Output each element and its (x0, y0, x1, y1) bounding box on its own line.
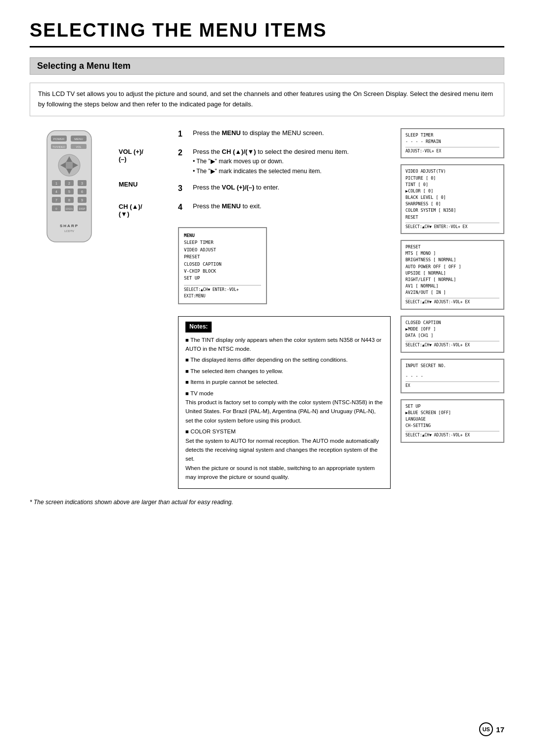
intro-box: This LCD TV set allows you to adjust the… (30, 83, 504, 116)
svg-text:3: 3 (81, 182, 83, 185)
svg-text:2: 2 (68, 182, 70, 185)
main-content: POWER MENU TV/VIDEO VOL 1 2 3 (30, 128, 504, 489)
step-3: 3 Press the VOL (+)/(–) to enter. (178, 183, 391, 194)
note-3: ■ The selected item changes to yellow. (185, 367, 383, 376)
svg-text:DISP: DISP (79, 207, 86, 210)
notes-box: Notes: ■ The TINT display only appears w… (178, 316, 391, 489)
cc-footer: SELECT:▲CH▼ ADJUST:-VOL+ EX (405, 341, 499, 348)
right-screens-column: SLEEP TIMER - - - - REMAIN ADJUST:-VOL+ … (400, 128, 504, 489)
menu-screen-display: MENU SLEEP TIMER VIDEO ADJUST PRESET CLO… (178, 227, 267, 304)
sleep-remain: - - - - REMAIN (405, 139, 499, 145)
country-code: US (483, 726, 490, 732)
section-header: Selecting a Menu Item (30, 57, 504, 75)
svg-text:4: 4 (55, 190, 57, 193)
menu-item-sleep: SLEEP TIMER (184, 239, 261, 246)
sleep-title: SLEEP TIMER (405, 132, 499, 139)
pr-brightness: BRIGHTNESS [ NORMAL] (405, 257, 499, 263)
va-color: ▶COLOR [ 0] (405, 188, 499, 194)
sn-title: INPUT SECRET NO. (405, 363, 499, 369)
va-colorsys: COLOR SYSTEM [ N358] (405, 207, 499, 214)
menu-item-setup: SET UP (184, 275, 261, 282)
intro-text: This LCD TV set allows you to adjust the… (38, 90, 493, 108)
menu-item-caption: CLOSED CAPTION (184, 261, 261, 268)
su-ch: CH-SETTING (405, 423, 499, 429)
svg-text:6: 6 (81, 190, 83, 193)
vol-label: VOL (+)/ (–) (119, 148, 168, 163)
page-number-box: US 17 (479, 722, 504, 736)
center-column: 1 Press the MENU to display the MENU scr… (178, 128, 391, 489)
pr-av1: AV1 [ NORMAL] (405, 283, 499, 289)
note-2: ■ The displayed items differ depending o… (185, 355, 383, 364)
su-lang: LANGUAGE (405, 416, 499, 423)
pr-footer: SELECT:▲CH▼ ADJUST:-VOL+ EX (405, 298, 499, 305)
country-circle: US (479, 722, 493, 736)
va-reset: RESET (405, 214, 499, 221)
pr-av2: AV2IN/OUT [ IN ] (405, 289, 499, 296)
cc-mode: ▶MODE [OFF ] (405, 326, 499, 332)
va-title: VIDEO ADJUST(TV) (405, 168, 499, 175)
su-title: SET UP (405, 403, 499, 410)
note-1: ■ The TINT display only appears when the… (185, 335, 383, 354)
va-black: BLACK LEVEL [ 0] (405, 194, 499, 201)
step-1: 1 Press the MENU to display the MENU scr… (178, 128, 391, 140)
ch-label-col: CH (▲)/ (▼) (119, 203, 168, 218)
note-6: ■ COLOR SYSTEM Set the system to AUTO fo… (185, 427, 383, 481)
note-5: ■ TV mode This product is factory set to… (185, 389, 383, 425)
step-2-num: 2 (178, 147, 188, 176)
step-3-text: Press the VOL (+)/(–) to enter. (193, 183, 279, 194)
va-tint: TINT [ 0] (405, 182, 499, 188)
step-2-text: Press the CH (▲)/(▼) to select the desir… (193, 147, 349, 176)
su-blue: ▶BLUE SCREEN [OFF] (405, 410, 499, 416)
labels-column: VOL (+)/ (–) MENU CH (▲)/ (▼) (119, 128, 168, 489)
svg-text:7: 7 (55, 198, 57, 202)
svg-text:1: 1 (55, 182, 57, 185)
svg-text:LCDTV: LCDTV (64, 230, 74, 233)
cc-title: CLOSED CAPTION (405, 320, 499, 326)
page-number: 17 (496, 725, 504, 734)
menu-item-vchip: V-CHIP BLOCK (184, 268, 261, 275)
svg-text:5: 5 (68, 190, 70, 193)
menu-screen-footer: SELECT:▲CH▼ ENTER:-VOL+ EXIT:MENU (184, 285, 261, 300)
svg-text:8: 8 (68, 198, 70, 202)
step-1-num: 1 (178, 128, 188, 140)
svg-text:10/10+: 10/10+ (65, 207, 73, 210)
svg-text:SHARP: SHARP (60, 224, 79, 228)
svg-text:VOL: VOL (76, 145, 81, 148)
remote-column: POWER MENU TV/VIDEO VOL 1 2 3 (30, 128, 109, 489)
screen-video-adjust: VIDEO ADJUST(TV) PICTURE [ 0] TINT [ 0] … (400, 164, 504, 234)
remote-control: POWER MENU TV/VIDEO VOL 1 2 3 (42, 128, 96, 247)
pr-mts: MTS [ MONO ] (405, 250, 499, 257)
menu-label-col: MENU (119, 181, 168, 188)
step-4-text: Press the MENU to exit. (193, 201, 262, 213)
screen-sleep-timer: SLEEP TIMER - - - - REMAIN ADJUST:-VOL+ … (400, 128, 504, 159)
su-footer: SELECT:▲CH▼ ADJUST:-VOL+ EX (405, 431, 499, 438)
screen-set-up: SET UP ▶BLUE SCREEN [OFF] LANGUAGE CH-SE… (400, 399, 504, 443)
pr-upside: UPSIDE [ NORMAL] (405, 270, 499, 277)
screen-preset: PRESET MTS [ MONO ] BRIGHTNESS [ NORMAL]… (400, 240, 504, 310)
sn-footer: EX (405, 381, 499, 389)
svg-text:MENU: MENU (74, 138, 83, 141)
va-picture: PICTURE [ 0] (405, 175, 499, 182)
svg-text:POWER: POWER (53, 138, 65, 141)
step-4: 4 Press the MENU to exit. (178, 201, 391, 213)
va-footer: SELECT:▲CH▼ ENTER:-VOL+ EX (405, 223, 499, 230)
step-3-num: 3 (178, 183, 188, 194)
notes-title: Notes: (185, 322, 212, 332)
footnote: * The screen indications shown above are… (30, 499, 504, 506)
note-4: ■ Items in purple cannot be selected. (185, 378, 383, 386)
menu-item-preset: PRESET (184, 253, 261, 260)
screen-secret-no: INPUT SECRET NO. - - - - EX (400, 359, 504, 393)
pr-autopwr: AUTO POWER OFF [ OFF ] (405, 264, 499, 270)
pr-rightleft: RIGHT/LEFT [ NORMAL] (405, 277, 499, 283)
step-1-text: Press the MENU to display the MENU scree… (193, 128, 324, 140)
svg-text:9: 9 (81, 198, 83, 202)
menu-item-video: VIDEO ADJUST (184, 246, 261, 253)
page-title: SELECTING THE MENU ITEMS (30, 20, 504, 47)
steps-container: 1 Press the MENU to display the MENU scr… (178, 128, 391, 221)
sn-blank: - - - - (405, 373, 499, 379)
cc-data: DATA [CH1 ] (405, 332, 499, 339)
pr-title: PRESET (405, 244, 499, 250)
va-sharp: SHARPNESS [ 0] (405, 201, 499, 207)
menu-screen-title: MENU (184, 232, 261, 239)
step-2: 2 Press the CH (▲)/(▼) to select the des… (178, 147, 391, 176)
